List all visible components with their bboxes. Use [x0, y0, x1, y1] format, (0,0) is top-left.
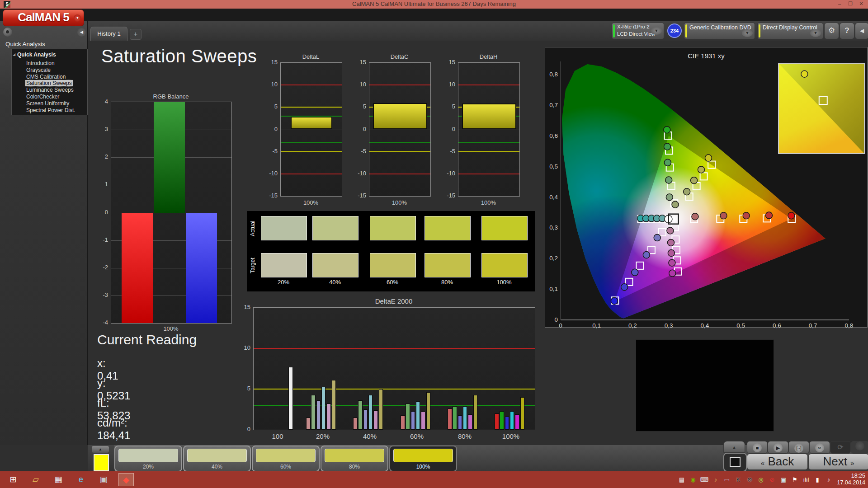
pattern-button-40%[interactable]: 40%: [183, 446, 251, 472]
pattern-label: 80%: [321, 464, 387, 470]
reference-line: [281, 107, 342, 108]
meter-dropdown[interactable]: X-Rite i1Pro 2 LCD Direct View ▼: [612, 23, 664, 39]
y-tick-label: -10: [441, 170, 455, 177]
sidebar-item-colorchecker[interactable]: ColorChecker: [26, 94, 59, 100]
measurement-point: [665, 177, 672, 183]
gridline: [369, 130, 430, 130]
store-icon[interactable]: ▦: [51, 473, 66, 486]
swatch-col-label: 100%: [481, 279, 527, 286]
actual-swatch-40%: [312, 216, 359, 240]
expand-controls-button[interactable]: ▲: [723, 441, 745, 453]
y-tick-label: 0: [94, 209, 108, 216]
calman-taskbar-icon[interactable]: ◆: [118, 473, 134, 486]
source-dropdown[interactable]: Generic Calibration DVD ▼: [684, 23, 755, 39]
sidebar-item-introduction[interactable]: Introduction: [26, 60, 55, 66]
workflow-orb-button[interactable]: [3, 28, 12, 37]
tree-expand-icon[interactable]: ◢: [13, 52, 15, 56]
settings-tray-icon[interactable]: ⚙: [744, 475, 755, 484]
back-button[interactable]: « Back: [747, 454, 808, 470]
measurement-point: [611, 297, 618, 304]
loop-button[interactable]: ∞: [809, 441, 830, 454]
taskbar-clock[interactable]: 18:25 17.04.2014: [837, 473, 865, 486]
reference-line: [254, 348, 535, 349]
window-pattern-icon: [730, 457, 741, 467]
sidebar-item-grayscale[interactable]: Grayscale: [26, 67, 51, 73]
collapse-panel-button[interactable]: ◀: [855, 23, 868, 39]
delta_h-plot: [458, 62, 520, 197]
sidebar-collapse-button[interactable]: ◀: [77, 28, 86, 37]
clock-date: 17.04.2014: [837, 479, 865, 486]
step-pattern-button[interactable]: [··]: [788, 441, 809, 454]
deltae-group-label: 100%: [493, 432, 529, 440]
deltae-bar-100%-5: [520, 397, 525, 430]
delta_h-title: DeltaH: [458, 53, 519, 60]
keyboard-icon[interactable]: ▭: [722, 475, 732, 484]
pattern-button-20%[interactable]: 20%: [114, 446, 182, 472]
stop-button[interactable]: ■: [747, 441, 768, 454]
ie-icon[interactable]: e: [73, 473, 89, 486]
tree-root-quick-analysis[interactable]: Quick Analysis: [17, 52, 56, 58]
close-icon[interactable]: ✕: [856, 1, 866, 8]
next-button[interactable]: Next »: [808, 454, 868, 470]
active-pattern-swatch: [94, 454, 109, 471]
swatch-col-label: 80%: [425, 279, 470, 286]
audio-mixer-icon[interactable]: ♪: [710, 475, 721, 484]
ime-icon[interactable]: ⌨: [699, 475, 710, 484]
tab-history-1[interactable]: History 1: [90, 27, 127, 41]
swatch-col-label: 60%: [370, 279, 415, 286]
maximize-icon[interactable]: ❐: [845, 1, 855, 8]
sidebar-item-saturation-sweeps[interactable]: Saturation Sweeps: [25, 80, 73, 86]
network-icon[interactable]: ılıl: [801, 475, 811, 484]
image-app-icon[interactable]: ▣: [778, 475, 789, 484]
cie-x-tick-label: 0,8: [843, 322, 855, 329]
sidebar: ◀ Quick Analysis ◢ Quick Analysis Introd…: [0, 21, 88, 445]
y-tick-label: -10: [263, 170, 278, 177]
pattern-button-100%[interactable]: 100%: [389, 446, 457, 472]
cie-diagram: [561, 61, 851, 323]
start-button[interactable]: ⊞: [5, 473, 21, 486]
measurement-point: [788, 212, 795, 219]
sidebar-item-luminance-sweeps[interactable]: Luminance Sweeps: [26, 87, 74, 93]
cie-y-tick-label: 0,7: [546, 102, 558, 108]
nvidia-icon[interactable]: ◉: [688, 475, 698, 484]
display-control-dropdown[interactable]: Direct Display Control ▼: [757, 23, 823, 39]
file-explorer-icon[interactable]: ▱: [28, 473, 43, 486]
sidebar-item-cms-calibration[interactable]: CMS Calibration: [26, 74, 66, 80]
deltae-bar-20%-3: [321, 387, 326, 430]
flag-icon[interactable]: ⚑: [789, 475, 800, 484]
meter-mode: LCD Direct View: [617, 31, 655, 37]
refresh-button[interactable]: ⟳: [830, 441, 851, 454]
battery-icon[interactable]: ▮: [812, 475, 823, 484]
blank-icon: [855, 441, 864, 450]
help-button[interactable]: ?: [840, 23, 854, 39]
volume-icon[interactable]: ♪: [823, 475, 834, 484]
sidebar-item-spectral-power-dist-[interactable]: Spectral Power Dist.: [26, 107, 75, 113]
collapse-up-icon[interactable]: ▲: [92, 446, 109, 453]
minimize-icon[interactable]: –: [835, 1, 844, 8]
photos-app-icon[interactable]: ▣: [96, 473, 111, 486]
reference-line: [281, 151, 342, 152]
blocked-app-icon[interactable]: ⊘: [767, 475, 778, 484]
calman-logo-button[interactable]: CalMAN 5 ▼: [3, 9, 84, 26]
deltae-bar-60%-5: [426, 392, 431, 430]
bar-green: [154, 102, 185, 213]
pattern-button-80%[interactable]: 80%: [321, 446, 388, 472]
y-tick-label: -15: [352, 192, 366, 199]
cie-y-tick-label: 0,2: [546, 255, 558, 262]
sidebar-item-screen-uniformity[interactable]: Screen Uniformity: [26, 100, 69, 107]
k-app-icon[interactable]: K: [733, 475, 744, 484]
measurement-point: [669, 259, 675, 266]
add-tab-button[interactable]: +: [130, 29, 142, 40]
cie-x-tick-label: 0,2: [627, 322, 639, 329]
settings-button[interactable]: ⚙: [824, 23, 839, 39]
extra-transport-button[interactable]: [851, 441, 868, 454]
deltae2000-title: DeltaE 2000: [253, 297, 534, 305]
bar-blue: [186, 213, 217, 324]
deltae-bar-20%-0: [306, 418, 311, 430]
meter-count-badge[interactable]: 234: [667, 23, 682, 38]
play-button[interactable]: ▶: [768, 441, 788, 454]
window-pattern-button[interactable]: [723, 453, 747, 472]
tray-overflow-icon[interactable]: ▤: [676, 475, 687, 484]
steam-icon[interactable]: ◎: [755, 475, 766, 484]
pattern-button-60%[interactable]: 60%: [252, 446, 320, 472]
